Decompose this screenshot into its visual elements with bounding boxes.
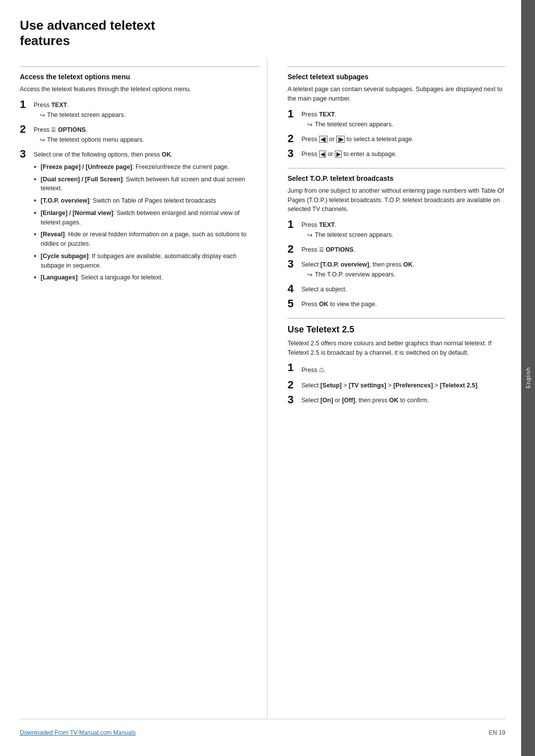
top-heading: Select T.O.P. teletext broadcasts <box>287 174 505 182</box>
teletext25-intro: Teletext 2.5 offers more colours and bet… <box>287 339 505 358</box>
subpages-divider <box>287 66 505 67</box>
teletext25-heading: Use Teletext 2.5 <box>287 324 505 335</box>
left-step-2: 2 Press ☰ OPTIONS. ↪ The teletext option… <box>20 124 259 145</box>
subpages-step-2: 2 Press ◀| or |▶ to select a teletext pa… <box>287 133 505 144</box>
footer-link[interactable]: Downloaded From TV-Manual.com Manuals <box>20 729 136 736</box>
step-content: Select a subject. <box>301 283 505 294</box>
step-content: Press ◀| or |▶ to select a teletext page… <box>301 133 505 144</box>
footer-page-number: EN 19 <box>489 729 505 736</box>
content-columns: Access the teletext options menu Access … <box>20 57 505 719</box>
bullet-dot: • <box>34 273 41 282</box>
bullet-freeze-text: [Freeze page] / [Unfreeze page]: Freeze/… <box>41 162 259 172</box>
teletext25-step-1: 1 Press ⌂. <box>287 362 505 376</box>
sidebar-tab-label: English <box>525 367 531 388</box>
step-number: 5 <box>287 298 301 309</box>
top-divider <box>287 168 505 168</box>
left-step-list: 1 Press TEXT. ↪ The teletext screen appe… <box>20 99 259 285</box>
bullet-dot: • <box>34 196 41 205</box>
title-line1: Use advanced teletext <box>20 18 155 33</box>
top-step-list: 1 Press TEXT. ↪ The teletext screen appe… <box>287 219 505 309</box>
step-number: 1 <box>287 362 301 373</box>
step-content-3: Select one of the following options, the… <box>34 149 259 285</box>
right-column: Select teletext subpages A teletext page… <box>283 57 505 719</box>
step-number: 1 <box>287 219 301 230</box>
section-subpages: Select teletext subpages A teletext page… <box>287 66 505 159</box>
step-content: Press OK to view the page. <box>301 298 505 309</box>
bullet-dot: • <box>34 209 41 217</box>
step-number: 2 <box>287 244 301 255</box>
page-title: Use advanced teletext features <box>20 18 505 49</box>
step-content: Select [T.O.P. overview], then press OK.… <box>301 259 505 279</box>
top-intro: Jump from one subject to another without… <box>287 186 505 214</box>
arrow-icon-1: ↪ <box>40 111 45 120</box>
top-step-4: 4 Select a subject. <box>287 283 505 294</box>
arrow-icon: ↪ <box>307 120 313 129</box>
top-step-2: 2 Press ☰ OPTIONS. <box>287 244 505 255</box>
left-section-intro: Access the teletext features through the… <box>20 85 259 94</box>
left-step-3: 3 Select one of the following options, t… <box>20 149 259 285</box>
step-number-2: 2 <box>20 124 34 135</box>
step-2-arrow: ↪ The teletext options menu appears. <box>34 136 259 145</box>
main-content: Use advanced teletext features Access th… <box>0 0 521 756</box>
bullet-cycle: • [Cycle subpage]: If subpages are avail… <box>34 252 259 270</box>
step-number: 3 <box>287 148 301 159</box>
teletext25-step-3: 3 Select [On] or [Off], then press OK to… <box>287 394 505 405</box>
subpages-intro: A teletext page can contain several subp… <box>287 85 505 104</box>
bullet-dot: • <box>34 162 41 171</box>
sidebar-tab: English <box>521 0 535 756</box>
page-wrapper: Use advanced teletext features Access th… <box>0 0 535 756</box>
bullet-top: • [T.O.P. overview]: Switch on Table of … <box>34 196 259 206</box>
section-top: Select T.O.P. teletext broadcasts Jump f… <box>287 168 505 309</box>
step-number-3: 3 <box>20 149 34 160</box>
bullet-freeze: • [Freeze page] / [Unfreeze page]: Freez… <box>34 162 259 172</box>
step-content-2: Press ☰ OPTIONS. ↪ The teletext options … <box>34 124 259 145</box>
teletext25-step-list: 1 Press ⌂. 2 Select [Setup] > [TV settin… <box>287 362 505 405</box>
section-divider <box>20 66 259 67</box>
arrow-icon-2: ↪ <box>40 136 45 145</box>
teletext25-divider <box>287 318 505 319</box>
step-content: Press ☰ OPTIONS. <box>301 244 505 255</box>
bullet-reveal: • [Reveal]: Hide or reveal hidden inform… <box>34 230 259 249</box>
arrow-icon: ↪ <box>307 231 313 240</box>
step-number: 3 <box>287 394 301 405</box>
bullet-reveal-text: [Reveal]: Hide or reveal hidden informat… <box>41 230 259 249</box>
left-step-1: 1 Press TEXT. ↪ The teletext screen appe… <box>20 99 259 120</box>
bullet-dot: • <box>34 252 41 261</box>
section-teletext25: Use Teletext 2.5 Teletext 2.5 offers mor… <box>287 318 505 406</box>
step-content: Select [On] or [Off], then press OK to c… <box>301 394 505 405</box>
subpages-step-1: 1 Press TEXT. ↪ The teletext screen appe… <box>287 108 505 129</box>
step-number: 4 <box>287 283 301 294</box>
bullet-enlarge-text: [Enlarge] / [Normal view]: Switch betwee… <box>41 209 259 227</box>
step-content: Press TEXT. ↪ The teletext screen appear… <box>301 108 505 129</box>
bullet-enlarge: • [Enlarge] / [Normal view]: Switch betw… <box>34 209 259 227</box>
left-section-heading: Access the teletext options menu <box>20 73 259 81</box>
step-content: Select [Setup] > [TV settings] > [Prefer… <box>301 379 505 390</box>
step-number: 1 <box>287 108 301 119</box>
step-number: 3 <box>287 259 301 270</box>
bullet-top-text: [T.O.P. overview]: Switch on Table of Pa… <box>41 196 259 206</box>
step-number: 2 <box>287 133 301 144</box>
bullet-languages: • [Languages]: Select a language for tel… <box>34 273 259 282</box>
step-number: 2 <box>287 379 301 390</box>
left-column: Access the teletext options menu Access … <box>20 57 268 719</box>
step-number-1: 1 <box>20 99 34 110</box>
bullet-dual-text: [Dual screen] / [Full Screen]: Switch be… <box>41 175 259 194</box>
top-step-3: 3 Select [T.O.P. overview], then press O… <box>287 259 505 279</box>
bullet-dot: • <box>34 175 41 184</box>
step-arrow: ↪ The teletext screen appears. <box>301 120 505 129</box>
title-line2: features <box>20 33 70 48</box>
arrow-icon: ↪ <box>307 270 313 279</box>
step-1-arrow: ↪ The teletext screen appears. <box>34 111 259 120</box>
step-content: Press ◀ or ▶ to enter a subpage. <box>301 148 505 159</box>
bullet-languages-text: [Languages]: Select a language for telet… <box>41 273 259 282</box>
top-step-1: 1 Press TEXT. ↪ The teletext screen appe… <box>287 219 505 240</box>
step-content: Press TEXT. ↪ The teletext screen appear… <box>301 219 505 240</box>
step-arrow: ↪ The teletext screen appears. <box>301 231 505 240</box>
teletext25-step-2: 2 Select [Setup] > [TV settings] > [Pref… <box>287 379 505 390</box>
subpages-step-list: 1 Press TEXT. ↪ The teletext screen appe… <box>287 108 505 159</box>
bullet-dot: • <box>34 230 41 239</box>
options-bullet-list: • [Freeze page] / [Unfreeze page]: Freez… <box>34 162 259 282</box>
step-content-1: Press TEXT. ↪ The teletext screen appear… <box>34 99 259 120</box>
subpages-heading: Select teletext subpages <box>287 73 505 81</box>
page-footer: Downloaded From TV-Manual.com Manuals EN… <box>20 719 505 736</box>
